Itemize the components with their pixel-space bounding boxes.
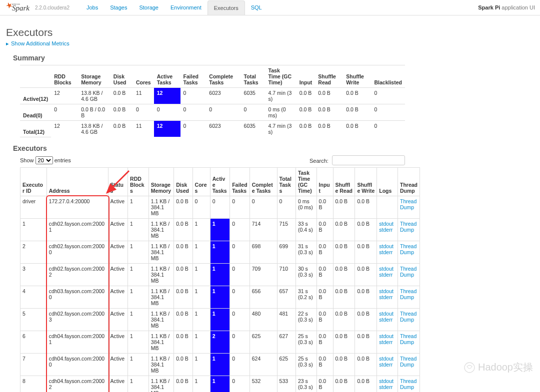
summary-col: RDD Blocks xyxy=(51,65,78,88)
stdout-link[interactable]: stdout xyxy=(379,221,394,227)
table-row: 5cdh02.fayson.com:20003Active11.1 KB / 3… xyxy=(20,308,420,331)
nav-tabs: JobsStagesStorageEnvironmentExecutorsSQL xyxy=(80,0,268,15)
thread-dump-link[interactable]: Thread Dump xyxy=(400,221,416,233)
stderr-link[interactable]: stderr xyxy=(379,227,392,233)
nav-environment[interactable]: Environment xyxy=(164,0,208,15)
summary-row: Dead(0)00.0 B / 0.0 B0.0 B000000 ms (0 m… xyxy=(20,104,405,121)
summary-col: Storage Memory xyxy=(78,65,110,88)
stdout-link[interactable]: stdout xyxy=(379,243,394,249)
watermark: Hadoop实操 xyxy=(464,361,533,374)
entries-label: entries xyxy=(54,157,71,163)
summary-col xyxy=(20,65,51,88)
nav-stages[interactable]: Stages xyxy=(104,0,133,15)
stderr-link[interactable]: stderr xyxy=(379,249,392,255)
table-row: driver172.27.0.4:20000Active11.1 KB / 38… xyxy=(20,196,420,218)
table-row: 3cdh02.fayson.com:20002Active11.1 KB / 3… xyxy=(20,263,420,286)
nav-jobs[interactable]: Jobs xyxy=(80,0,104,15)
entries-select[interactable]: 20 xyxy=(36,156,53,164)
thread-dump-link[interactable]: Thread Dump xyxy=(400,333,416,345)
summary-col: Blacklisted xyxy=(371,65,405,88)
executors-heading: Executors xyxy=(13,144,534,152)
summary-col: Failed Tasks xyxy=(180,65,206,88)
exec-col[interactable]: Failed Tasks xyxy=(230,167,250,196)
stdout-link[interactable]: stdout xyxy=(379,333,394,339)
stderr-link[interactable]: stderr xyxy=(379,362,392,368)
summary-col: Active Tasks xyxy=(154,65,180,88)
app-ui-label: Spark Pi application UI xyxy=(478,4,535,10)
show-additional-metrics[interactable]: ▸Show Additional Metrics xyxy=(6,40,534,47)
stdout-link[interactable]: stdout xyxy=(379,356,394,362)
exec-col[interactable]: Input xyxy=(316,167,333,196)
version-label: 2.2.0.cloudera2 xyxy=(35,5,70,10)
table-row: 2cdh02.fayson.com:20000Active11.1 KB / 3… xyxy=(20,241,420,263)
nav-sql[interactable]: SQL xyxy=(245,0,268,15)
page-title: Executors xyxy=(6,26,534,38)
thread-dump-link[interactable]: Thread Dump xyxy=(400,288,416,300)
exec-col[interactable]: Logs xyxy=(377,167,398,196)
logo: Spark APACHE 2.2.0.cloudera2 xyxy=(5,1,70,14)
thread-dump-link[interactable]: Thread Dump xyxy=(400,378,416,390)
app-ui-suffix: application UI xyxy=(502,4,535,10)
summary-col: Disk Used xyxy=(110,65,133,88)
summary-col: Shuffle Read xyxy=(315,65,343,88)
exec-col[interactable]: Shuffle Read xyxy=(333,167,355,196)
stdout-link[interactable]: stdout xyxy=(379,378,394,384)
summary-col: Total Tasks xyxy=(241,65,266,88)
summary-table: RDD BlocksStorage MemoryDisk UsedCoresAc… xyxy=(20,65,405,137)
exec-col[interactable]: Total Tasks xyxy=(277,167,296,196)
exec-col[interactable]: RDD Blocks xyxy=(128,167,149,196)
stdout-link[interactable]: stdout xyxy=(379,311,394,317)
thread-dump-link[interactable]: Thread Dump xyxy=(400,356,416,368)
topbar: Spark APACHE 2.2.0.cloudera2 JobsStagesS… xyxy=(0,0,540,15)
summary-col: Task Time (GC Time) xyxy=(266,65,296,88)
exec-col[interactable]: Executor ID xyxy=(20,167,47,196)
svg-text:APACHE: APACHE xyxy=(12,3,20,5)
table-row: 1cdh02.fayson.com:20001Active11.1 KB / 3… xyxy=(20,218,420,241)
table-row: 8cdh04.fayson.com:20002Active11.1 KB / 3… xyxy=(20,376,420,392)
exec-col[interactable]: Storage Memory xyxy=(148,167,174,196)
page-body: Executors ▸Show Additional Metrics Summa… xyxy=(0,15,540,392)
show-label: Show xyxy=(20,157,34,163)
stdout-link[interactable]: stdout xyxy=(379,266,394,272)
summary-row: Total(12)1213.8 KB / 4.6 GB0.0 B11120602… xyxy=(20,121,405,137)
exec-col[interactable]: Task Time (GC Time) xyxy=(296,167,316,196)
nav-storage[interactable]: Storage xyxy=(133,0,164,15)
stderr-link[interactable]: stderr xyxy=(379,272,392,278)
exec-col[interactable]: Address xyxy=(46,167,108,196)
summary-col: Shuffle Write xyxy=(343,65,371,88)
search-label: Search: xyxy=(310,157,328,163)
summary-row: Active(12)1213.8 KB / 4.6 GB0.0 B1112060… xyxy=(20,88,405,104)
search-wrap: Search: xyxy=(310,155,405,165)
exec-col[interactable]: Active Tasks xyxy=(210,167,230,196)
summary-col: Cores xyxy=(133,65,154,88)
thread-dump-link[interactable]: Thread Dump xyxy=(400,311,416,323)
nav-executors[interactable]: Executors xyxy=(208,0,245,15)
summary-col: Input xyxy=(296,65,316,88)
summary-heading: Summary xyxy=(13,54,534,62)
stderr-link[interactable]: stderr xyxy=(379,384,392,390)
thread-dump-link[interactable]: Thread Dump xyxy=(400,243,416,255)
svg-point-3 xyxy=(464,363,474,373)
table-row: 4cdh03.fayson.com:20000Active11.1 KB / 3… xyxy=(20,286,420,308)
thread-dump-link[interactable]: Thread Dump xyxy=(400,266,416,278)
stderr-link[interactable]: stderr xyxy=(379,317,392,323)
app-name: Spark Pi xyxy=(478,4,500,10)
exec-col[interactable]: Thread Dump xyxy=(398,167,420,196)
summary-col: Complete Tasks xyxy=(206,65,240,88)
caret-right-icon: ▸ xyxy=(6,40,9,46)
executors-controls: Show 20 entries Search: xyxy=(20,155,405,165)
exec-col[interactable]: Cores xyxy=(192,167,210,196)
executors-table: Executor IDAddressStatusRDD BlocksStorag… xyxy=(20,167,420,392)
exec-col[interactable]: Shuffle Write xyxy=(355,167,377,196)
exec-col[interactable]: Complete Tasks xyxy=(250,167,277,196)
search-input[interactable] xyxy=(332,155,405,165)
stderr-link[interactable]: stderr xyxy=(379,294,392,300)
stdout-link[interactable]: stdout xyxy=(379,288,394,294)
exec-col[interactable]: Status xyxy=(108,167,128,196)
table-row: 6cdh04.fayson.com:20001Active11.1 KB / 3… xyxy=(20,331,420,353)
thread-dump-link[interactable]: Thread Dump xyxy=(400,198,416,210)
spark-logo-icon: Spark APACHE xyxy=(5,1,34,14)
exec-col[interactable]: Disk Used xyxy=(174,167,192,196)
stderr-link[interactable]: stderr xyxy=(379,339,392,345)
table-row: 7cdh04.fayson.com:20000Active11.1 KB / 3… xyxy=(20,353,420,376)
